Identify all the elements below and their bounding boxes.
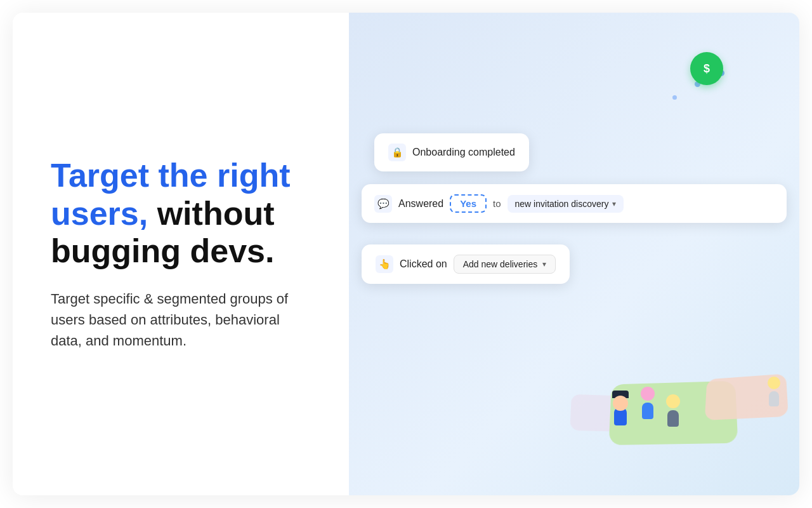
answered-card: 💬 Answered Yes to new invitation discove… bbox=[362, 184, 787, 223]
headline: Target the right users, without bugging … bbox=[51, 157, 311, 271]
onboarding-card: 🔒 Onboarding completed bbox=[374, 133, 529, 171]
clicked-label: Clicked on bbox=[400, 258, 447, 270]
figure-4 bbox=[768, 377, 780, 406]
avatar-initials: $ bbox=[704, 62, 710, 76]
deliveries-chevron-icon: ▾ bbox=[542, 260, 546, 269]
dot-1 bbox=[672, 95, 677, 100]
figure-1 bbox=[612, 391, 629, 425]
figure-3 bbox=[666, 394, 680, 427]
onboarding-text: Onboarding completed bbox=[412, 147, 515, 158]
subtext: Target specific & segmented groups of us… bbox=[51, 288, 311, 351]
clicked-card: 👆 Clicked on Add new deliveries ▾ bbox=[362, 244, 570, 284]
chevron-down-icon: ▾ bbox=[612, 199, 616, 208]
answered-row: Answered Yes to new invitation discovery… bbox=[398, 194, 774, 213]
right-panel: $ 🔒 Onboarding completed 💬 Answered Yes … bbox=[349, 13, 799, 495]
page-wrapper: Target the right users, without bugging … bbox=[13, 13, 799, 495]
left-panel: Target the right users, without bugging … bbox=[13, 13, 349, 495]
chat-icon: 💬 bbox=[374, 195, 392, 213]
to-label: to bbox=[493, 198, 501, 209]
deliveries-text: Add new deliveries bbox=[463, 259, 538, 269]
pointer-icon: 👆 bbox=[376, 255, 393, 273]
figure-2 bbox=[641, 387, 655, 419]
deliveries-dropdown[interactable]: Add new deliveries ▾ bbox=[454, 255, 556, 274]
discovery-text: new invitation discovery bbox=[515, 199, 609, 209]
yes-badge[interactable]: Yes bbox=[450, 194, 487, 213]
answered-label: Answered bbox=[398, 198, 443, 210]
avatar-circle: $ bbox=[690, 52, 723, 85]
lock-icon: 🔒 bbox=[388, 144, 406, 161]
discovery-dropdown[interactable]: new invitation discovery ▾ bbox=[508, 195, 624, 213]
illustration-area bbox=[571, 330, 787, 483]
